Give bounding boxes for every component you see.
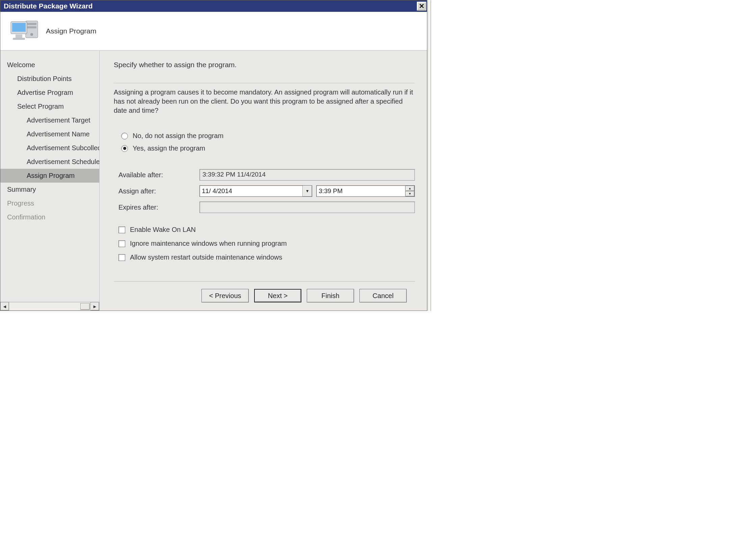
schedule-form: Available after: 3:39:32 PM 11/4/2014 As… bbox=[119, 169, 415, 213]
nav-sidebar: WelcomeDistribution PointsAdvertise Prog… bbox=[0, 51, 100, 311]
checkbox-wake-on-lan[interactable]: Enable Wake On LAN bbox=[119, 226, 415, 234]
svg-rect-7 bbox=[13, 38, 25, 40]
radio-no-indicator bbox=[121, 133, 128, 139]
svg-rect-1 bbox=[27, 23, 37, 25]
checkbox-ignore-box bbox=[119, 240, 125, 247]
available-after-value: 3:39:32 PM 11/4/2014 bbox=[200, 169, 415, 181]
checkbox-restart-box bbox=[119, 254, 125, 261]
svg-rect-5 bbox=[12, 23, 26, 32]
svg-rect-2 bbox=[27, 26, 37, 28]
expires-after-value bbox=[200, 201, 415, 213]
nav-item-select-program[interactable]: Select Program bbox=[0, 100, 99, 114]
assign-date-value: 11/ 4/2014 bbox=[202, 187, 232, 195]
button-bar: < Previous Next > Finish Cancel bbox=[114, 281, 415, 311]
checkbox-wol-box bbox=[119, 226, 125, 233]
cancel-button[interactable]: Cancel bbox=[360, 289, 407, 302]
radio-yes-indicator bbox=[121, 145, 128, 152]
next-button[interactable]: Next > bbox=[254, 289, 301, 302]
nav-item-advertisement-name[interactable]: Advertisement Name bbox=[0, 127, 99, 141]
close-button[interactable]: ✕ bbox=[417, 2, 426, 11]
checkbox-restart-label: Allow system restart outside maintenance… bbox=[130, 254, 282, 261]
previous-button[interactable]: < Previous bbox=[202, 289, 249, 302]
available-after-label: Available after: bbox=[119, 171, 193, 179]
nav-item-welcome[interactable]: Welcome bbox=[0, 58, 99, 72]
nav-item-advertisement-subcollec[interactable]: Advertisement Subcollec bbox=[0, 141, 99, 155]
checkbox-ignore-label: Ignore maintenance windows when running … bbox=[130, 240, 287, 247]
assign-date-picker[interactable]: 11/ 4/2014 ▼ bbox=[200, 185, 312, 197]
spin-up-button[interactable]: ▲ bbox=[405, 186, 414, 191]
nav-item-summary[interactable]: Summary bbox=[0, 183, 99, 197]
wizard-window: Distribute Package Wizard ✕ Assign Progr… bbox=[0, 0, 427, 311]
nav-item-confirmation[interactable]: Confirmation bbox=[0, 210, 99, 224]
radio-no-label: No, do not assign the program bbox=[132, 132, 223, 140]
time-spinner[interactable]: ▲ ▼ bbox=[405, 186, 414, 197]
checkbox-ignore-maintenance[interactable]: Ignore maintenance windows when running … bbox=[119, 240, 415, 247]
svg-rect-6 bbox=[16, 35, 22, 38]
spin-down-button[interactable]: ▼ bbox=[405, 191, 414, 197]
checkbox-allow-restart[interactable]: Allow system restart outside maintenance… bbox=[119, 254, 415, 261]
nav-item-advertise-program[interactable]: Advertise Program bbox=[0, 86, 99, 100]
nav-item-distribution-points[interactable]: Distribution Points bbox=[0, 72, 99, 86]
computer-icon bbox=[7, 18, 42, 44]
content-pane: Specify whether to assign the program. A… bbox=[100, 51, 427, 311]
scroll-left-button[interactable]: ◄ bbox=[0, 302, 9, 311]
sidebar-horizontal-scrollbar[interactable]: ◄ ► bbox=[0, 302, 99, 311]
title-bar: Distribute Package Wizard ✕ bbox=[0, 0, 427, 12]
nav-item-advertisement-target[interactable]: Advertisement Target bbox=[0, 114, 99, 127]
separator bbox=[114, 83, 415, 84]
svg-point-3 bbox=[30, 33, 33, 36]
assign-after-label: Assign after: bbox=[119, 187, 193, 195]
close-icon: ✕ bbox=[419, 3, 425, 9]
radio-yes-label: Yes, assign the program bbox=[132, 144, 205, 152]
finish-button[interactable]: Finish bbox=[307, 289, 354, 302]
nav-item-assign-program[interactable]: Assign Program bbox=[0, 169, 99, 183]
scroll-track[interactable] bbox=[9, 302, 90, 311]
date-dropdown-button[interactable]: ▼ bbox=[302, 186, 312, 197]
assign-time-value: 3:39 PM bbox=[319, 187, 343, 195]
banner: Assign Program bbox=[0, 12, 427, 51]
description-text: Assigning a program causes it to become … bbox=[114, 88, 415, 115]
nav-item-progress[interactable]: Progress bbox=[0, 197, 99, 210]
page-title: Assign Program bbox=[46, 27, 96, 35]
nav-item-advertisement-schedule[interactable]: Advertisement Schedule bbox=[0, 155, 99, 169]
right-scroll-gutter bbox=[428, 0, 431, 311]
scroll-thumb[interactable] bbox=[80, 303, 90, 310]
assign-time-picker[interactable]: 3:39 PM ▲ ▼ bbox=[316, 185, 415, 197]
scroll-right-button[interactable]: ► bbox=[90, 302, 99, 311]
radio-yes-assign[interactable]: Yes, assign the program bbox=[121, 144, 415, 152]
instruction-text: Specify whether to assign the program. bbox=[114, 61, 415, 69]
window-title: Distribute Package Wizard bbox=[4, 2, 93, 10]
radio-no-assign[interactable]: No, do not assign the program bbox=[121, 132, 415, 140]
checkbox-wol-label: Enable Wake On LAN bbox=[130, 226, 196, 234]
nav-list: WelcomeDistribution PointsAdvertise Prog… bbox=[0, 51, 99, 302]
expires-after-label: Expires after: bbox=[119, 203, 193, 211]
wizard-body: WelcomeDistribution PointsAdvertise Prog… bbox=[0, 51, 427, 311]
